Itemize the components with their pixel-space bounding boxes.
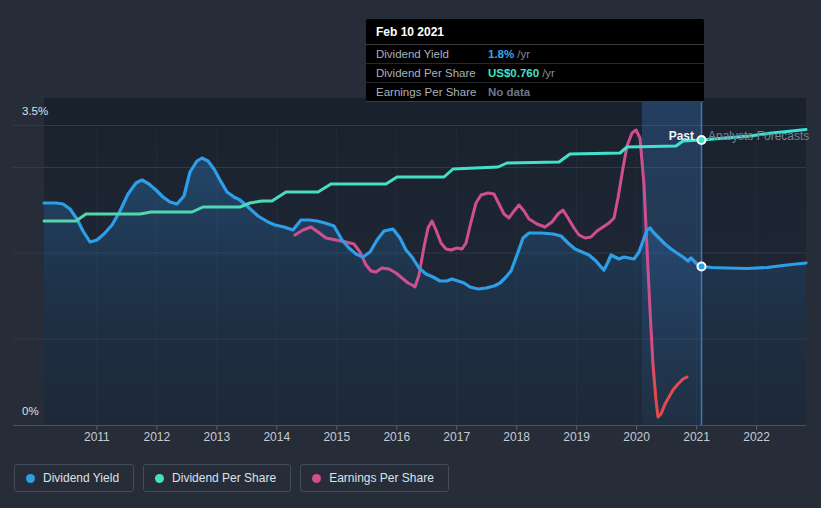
tooltip-row: Earnings Per ShareNo data (366, 83, 704, 102)
year-label: 2019 (555, 430, 599, 444)
year-label: 2022 (735, 430, 779, 444)
legend-item-dividend-yield[interactable]: Dividend Yield (14, 464, 134, 492)
tooltip-row-unit: /yr (542, 67, 555, 79)
year-label: 2016 (375, 430, 419, 444)
year-label: 2013 (195, 430, 239, 444)
tooltip-row-value: US$0.760 (488, 67, 539, 79)
legend-dot (155, 474, 164, 483)
hover-marker (698, 136, 706, 144)
tooltip-row: Dividend Yield1.8%/yr (366, 45, 704, 64)
year-label: 2017 (435, 430, 479, 444)
chart-tooltip: Feb 10 2021 Dividend Yield1.8%/yrDividen… (366, 19, 704, 102)
past-region-label: Past (614, 129, 694, 143)
tooltip-row: Dividend Per ShareUS$0.760/yr (366, 64, 704, 83)
tooltip-row-unit: /yr (517, 48, 530, 60)
analysts-forecasts-region-label: Analysts Forecasts (708, 129, 809, 143)
year-label: 2011 (75, 430, 119, 444)
tooltip-row-label: Dividend Per Share (376, 67, 488, 79)
tooltip-date: Feb 10 2021 (366, 19, 704, 45)
hover-marker (698, 263, 706, 271)
tooltip-row-value: No data (488, 86, 530, 98)
legend-item-dividend-per-share[interactable]: Dividend Per Share (143, 464, 291, 492)
legend-item-earnings-per-share[interactable]: Earnings Per Share (300, 464, 449, 492)
legend-label: Dividend Yield (43, 471, 119, 485)
year-label: 2012 (135, 430, 179, 444)
legend-label: Dividend Per Share (172, 471, 276, 485)
chart-legend: Dividend YieldDividend Per ShareEarnings… (14, 464, 449, 492)
y-axis-min-label: 0% (22, 405, 39, 417)
tooltip-row-label: Earnings Per Share (376, 86, 488, 98)
legend-dot (26, 474, 35, 483)
year-label: 2020 (615, 430, 659, 444)
year-label: 2014 (255, 430, 299, 444)
tooltip-row-label: Dividend Yield (376, 48, 488, 60)
legend-label: Earnings Per Share (329, 471, 434, 485)
year-label: 2015 (315, 430, 359, 444)
year-label: 2021 (675, 430, 719, 444)
legend-dot (312, 474, 321, 483)
y-axis-max-label: 3.5% (22, 105, 48, 117)
dividend-chart-page: 3.5% 0% 20112012201320142015201620172018… (0, 0, 821, 508)
tooltip-row-value: 1.8% (488, 48, 514, 60)
year-label: 2018 (495, 430, 539, 444)
